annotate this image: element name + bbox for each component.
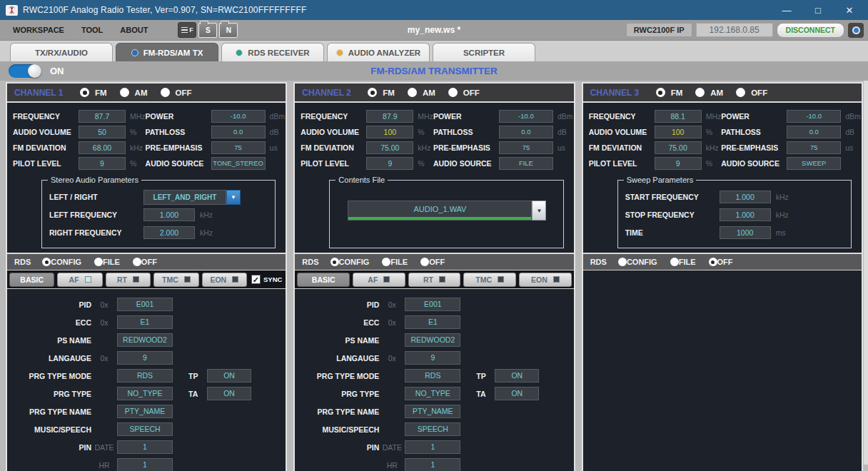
tab-tx-rx-audio[interactable]: TX/RX/AUDIO	[10, 43, 113, 61]
tab-fm-rds-am-tx[interactable]: FM-RDS/AM TX	[116, 43, 218, 61]
channel-3-off-radio[interactable]	[736, 88, 745, 97]
pathloss-field[interactable]: 0.0	[787, 126, 841, 138]
channel-2-rds-config-radio[interactable]	[330, 258, 339, 266]
save-workspace-folder-icon[interactable]: S	[198, 23, 217, 38]
frequency-field[interactable]: 87.9	[366, 110, 413, 123]
menu-workspace[interactable]: WORKSPACE	[4, 26, 73, 34]
ps-name-field[interactable]: REDWOOD2	[117, 333, 173, 347]
pin-hr-field[interactable]: 1	[405, 458, 460, 471]
audio-source-field[interactable]: TONE_STEREO	[211, 157, 266, 170]
tmc-button[interactable]: TMC	[463, 273, 516, 287]
tab-audio-analyzer[interactable]: AUDIO ANALYZER	[327, 43, 430, 61]
pathloss-field[interactable]: 0.0	[211, 126, 266, 138]
frequency-field[interactable]: 87.7	[79, 110, 126, 123]
power-field[interactable]: -10.0	[499, 110, 553, 123]
close-icon[interactable]: ✕	[834, 1, 865, 19]
prg-type-field[interactable]: NO_TYPE	[117, 387, 173, 400]
start-frequency-field[interactable]: 1.000	[720, 191, 771, 203]
pathloss-field[interactable]: 0.0	[499, 126, 553, 138]
channel-2-fm-radio[interactable]	[368, 88, 377, 97]
tp-field[interactable]: ON	[207, 369, 251, 383]
af-button[interactable]: AF	[353, 273, 405, 287]
audio-source-field[interactable]: SWEEP	[787, 157, 841, 170]
ta-field[interactable]: ON	[207, 387, 251, 400]
eon-button[interactable]: EON	[202, 273, 247, 287]
pid-field[interactable]: E001	[405, 298, 460, 311]
chevron-down-icon[interactable]: ▼	[532, 201, 546, 221]
pre-emphasis-field[interactable]: 75	[787, 141, 841, 154]
ip-input[interactable]	[696, 23, 773, 37]
prg-type-name-field[interactable]: PTY_NAME	[405, 405, 460, 418]
pin-date-field[interactable]: 1	[405, 440, 460, 454]
left-right-dropdown[interactable]: LEFT_AND_RIGHT▼	[143, 190, 241, 205]
prg-type-field[interactable]: NO_TYPE	[405, 387, 460, 400]
channel-1-rds-config-radio[interactable]	[42, 258, 51, 266]
audio-source-field[interactable]: FILE	[499, 157, 553, 170]
prg-type-name-field[interactable]: PTY_NAME	[117, 405, 173, 418]
channel-2-off-radio[interactable]	[448, 88, 458, 97]
channel-2-rds-off-radio[interactable]	[420, 258, 429, 266]
right-frequency-field[interactable]: 2.000	[143, 226, 195, 239]
pid-field[interactable]: E001	[117, 298, 173, 311]
menu-about[interactable]: ABOUT	[111, 26, 156, 34]
rt-button[interactable]: RT	[408, 273, 461, 287]
pilot-level-field[interactable]: 9	[655, 157, 702, 170]
fm-deviation-field[interactable]: 75.00	[366, 141, 413, 154]
power-field[interactable]: -10.0	[211, 110, 266, 123]
channel-2-rds-file-radio[interactable]	[382, 258, 390, 266]
channel-1-rds-off-radio[interactable]	[133, 258, 141, 266]
music-speech-field[interactable]: SPEECH	[405, 422, 460, 436]
channel-3-am-radio[interactable]	[695, 88, 705, 97]
ecc-field[interactable]: E1	[405, 315, 460, 329]
pre-emphasis-field[interactable]: 75	[499, 141, 553, 154]
tab-rds-receiver[interactable]: RDS RECEIVER	[221, 43, 324, 61]
tp-field[interactable]: ON	[495, 369, 539, 383]
af-button[interactable]: AF	[57, 273, 102, 287]
pilot-level-field[interactable]: 9	[79, 157, 126, 170]
prg-type-mode-field[interactable]: RDS	[117, 369, 173, 383]
channel-3-rds-off-radio[interactable]	[709, 258, 717, 266]
fm-deviation-field[interactable]: 68.00	[79, 141, 126, 154]
channel-3-fm-radio[interactable]	[656, 88, 665, 97]
channel-2-am-radio[interactable]	[408, 88, 417, 97]
workspace-form-icon[interactable]: F	[178, 22, 196, 38]
left-frequency-field[interactable]: 1.000	[143, 208, 195, 221]
maximize-icon[interactable]: □	[802, 1, 834, 19]
contents-file-dropdown[interactable]: AUDIO_1.WAV ▼	[348, 201, 546, 221]
audio-volume-field[interactable]: 100	[655, 126, 702, 138]
power-field[interactable]: -10.0	[787, 110, 841, 123]
basic-button[interactable]: BASIC	[9, 273, 54, 287]
audio-volume-field[interactable]: 100	[366, 126, 413, 138]
language-field[interactable]: 9	[405, 351, 460, 365]
sweep-time-field[interactable]: 1000	[720, 226, 771, 239]
audio-volume-field[interactable]: 50	[79, 126, 126, 138]
stop-frequency-field[interactable]: 1.000	[720, 208, 771, 221]
channel-3-rds-file-radio[interactable]	[670, 258, 679, 266]
basic-button[interactable]: BASIC	[297, 273, 350, 287]
fm-deviation-field[interactable]: 75.00	[655, 141, 702, 154]
pin-date-field[interactable]: 1	[117, 440, 173, 454]
eon-button[interactable]: EON	[519, 273, 572, 287]
pin-hr-field[interactable]: 1	[117, 458, 173, 471]
menu-tool[interactable]: TOOL	[73, 26, 111, 34]
prg-type-mode-field[interactable]: RDS	[405, 369, 460, 383]
sync-checkbox[interactable]: ✓	[251, 275, 261, 284]
chevron-down-icon[interactable]: ▼	[226, 190, 241, 205]
rt-button[interactable]: RT	[106, 273, 151, 287]
disconnect-button[interactable]: DISCONNECT	[777, 23, 844, 38]
pilot-level-field[interactable]: 9	[366, 157, 413, 170]
ecc-field[interactable]: E1	[117, 315, 173, 329]
power-toggle[interactable]	[9, 64, 41, 78]
music-speech-field[interactable]: SPEECH	[117, 422, 173, 436]
channel-3-rds-config-radio[interactable]	[618, 258, 627, 266]
channel-1-rds-file-radio[interactable]	[94, 258, 103, 266]
minimize-icon[interactable]: —	[771, 1, 802, 19]
ta-field[interactable]: ON	[495, 387, 539, 400]
channel-1-fm-radio[interactable]	[80, 88, 89, 97]
ps-name-field[interactable]: REDWOOD2	[405, 333, 460, 347]
new-workspace-folder-icon[interactable]: N	[219, 23, 238, 38]
channel-1-off-radio[interactable]	[161, 88, 170, 97]
channel-1-am-radio[interactable]	[120, 88, 129, 97]
frequency-field[interactable]: 88.1	[655, 110, 702, 123]
tmc-button[interactable]: TMC	[153, 273, 198, 287]
